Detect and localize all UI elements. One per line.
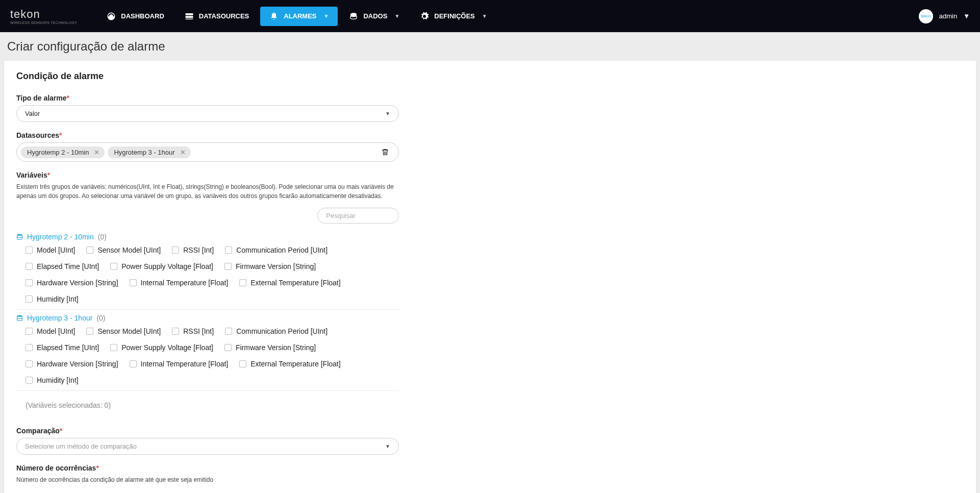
datasource-group-header[interactable]: Hygrotemp 3 - 1hour(0) — [16, 314, 399, 322]
variable-label: Model [UInt] — [37, 327, 75, 335]
main-panel: Condição de alarme Tipo de alarme* Valor… — [4, 61, 976, 493]
variable-item[interactable]: External Temperature [Float] — [239, 360, 340, 368]
field-datasources: Datasources* Hygrotemp 2 - 10min ✕ Hygro… — [16, 131, 399, 162]
variable-checkbox[interactable] — [225, 328, 232, 335]
field-tipo-alarme: Tipo de alarme* Valor ▼ — [16, 94, 399, 122]
remove-tag-icon[interactable]: ✕ — [178, 149, 188, 156]
variable-label: Firmware Version [String] — [236, 262, 316, 270]
variable-label: External Temperature [Float] — [250, 279, 340, 287]
svg-point-4 — [17, 234, 22, 236]
selected-vars-count: (Variáveis selecionadas: 0) — [16, 395, 399, 417]
variable-checkbox[interactable] — [130, 360, 137, 367]
nav-dashboard[interactable]: DASHBOARD — [97, 7, 173, 26]
variable-label: Sensor Model [UInt] — [97, 327, 161, 335]
variable-checkbox[interactable] — [26, 328, 33, 335]
variable-item[interactable]: Sensor Model [UInt] — [86, 327, 161, 335]
variable-item[interactable]: Elapsed Time [UInt] — [26, 343, 99, 352]
variable-item[interactable]: Model [UInt] — [26, 246, 75, 254]
page-title-bar: Criar configuração de alarme — [0, 32, 980, 54]
nav-dados[interactable]: DADOS ▼ — [340, 7, 409, 26]
field-comparacao: Comparação* Selecione um método de compa… — [16, 427, 399, 455]
variable-item[interactable]: Elapsed Time [UInt] — [26, 262, 99, 270]
nav-dados-label: DADOS — [363, 12, 387, 20]
variable-checkbox[interactable] — [239, 279, 246, 286]
search-input[interactable] — [317, 208, 399, 224]
variable-item[interactable]: Internal Temperature [Float] — [130, 279, 229, 287]
variable-checkbox[interactable] — [110, 263, 117, 270]
variable-checkbox[interactable] — [26, 246, 33, 254]
variable-checkbox[interactable] — [86, 328, 93, 335]
variable-item[interactable]: Internal Temperature [Float] — [130, 360, 229, 368]
database-icon — [16, 233, 23, 240]
nav-alarmes-label: ALARMES — [284, 12, 316, 20]
variable-item[interactable]: RSSI [Int] — [172, 327, 214, 335]
variable-checkbox[interactable] — [26, 263, 33, 270]
tipo-alarme-value: Valor — [25, 110, 40, 117]
variable-label: Communication Period [UInt] — [236, 246, 328, 254]
variable-checkbox[interactable] — [26, 377, 33, 384]
datasources-input[interactable]: Hygrotemp 2 - 10min ✕ Hygrotemp 3 - 1hou… — [16, 142, 399, 162]
variable-label: Internal Temperature [Float] — [141, 360, 229, 368]
variable-checkbox[interactable] — [224, 344, 232, 351]
variable-label: RSSI [Int] — [183, 327, 214, 335]
nav-datasources[interactable]: DATASOURCES — [175, 7, 258, 26]
variable-item[interactable]: Power Supply Voltage [Float] — [110, 262, 213, 270]
variable-label: Internal Temperature [Float] — [141, 279, 229, 287]
nav-definicoes[interactable]: DEFINIÇÕES ▼ — [411, 7, 496, 26]
variable-checkbox[interactable] — [225, 246, 232, 254]
variable-label: Humidity [Int] — [37, 376, 79, 384]
variable-item[interactable]: External Temperature [Float] — [239, 279, 340, 287]
variable-item[interactable]: Power Supply Voltage [Float] — [110, 343, 213, 352]
nav-alarmes[interactable]: ALARMES ▼ — [260, 7, 338, 26]
variable-label: RSSI [Int] — [183, 246, 214, 254]
brand-logo[interactable]: tekon WIRELESS SENSORS TECHNOLOGY — [10, 8, 77, 24]
variable-checkbox[interactable] — [172, 246, 179, 254]
variable-item[interactable]: Firmware Version [String] — [224, 262, 316, 270]
variable-item[interactable]: Model [UInt] — [26, 327, 75, 335]
ocorrencias-label: Número de ocorrências* — [16, 464, 399, 472]
variable-checkbox[interactable] — [239, 360, 246, 367]
variable-checkbox[interactable] — [26, 344, 33, 351]
variable-checkbox[interactable] — [130, 279, 137, 286]
datasource-group: Hygrotemp 3 - 1hour(0)Model [UInt]Sensor… — [16, 314, 399, 391]
comparacao-select[interactable]: Selecione um método de comparação ▼ — [16, 438, 399, 455]
username: admin — [939, 12, 957, 20]
variable-item[interactable]: Hardware Version [String] — [26, 279, 118, 287]
variable-checkbox[interactable] — [26, 360, 33, 367]
variable-item[interactable]: Humidity [Int] — [26, 295, 79, 303]
variable-item[interactable]: Hardware Version [String] — [26, 360, 118, 368]
brand-name: tekon — [10, 8, 77, 21]
variable-checkbox[interactable] — [172, 328, 179, 335]
comparacao-label: Comparação* — [16, 427, 399, 435]
variable-checkbox[interactable] — [224, 263, 232, 270]
clear-all-button[interactable] — [378, 145, 392, 159]
user-menu[interactable]: tekon admin ▼ — [919, 9, 970, 23]
caret-down-icon: ▼ — [324, 13, 329, 19]
section-title: Condição de alarme — [16, 71, 399, 82]
variable-label: Firmware Version [String] — [236, 343, 316, 352]
dashboard-icon — [107, 12, 116, 21]
gear-icon — [420, 12, 429, 21]
variable-checkbox[interactable] — [26, 295, 33, 303]
variable-checkbox[interactable] — [86, 246, 93, 254]
variable-item[interactable]: Firmware Version [String] — [224, 343, 316, 352]
variable-item[interactable]: Humidity [Int] — [26, 376, 79, 384]
svg-rect-1 — [185, 16, 193, 18]
variable-list: Model [UInt]Sensor Model [UInt]RSSI [Int… — [16, 246, 399, 303]
variable-item[interactable]: Communication Period [UInt] — [225, 246, 328, 254]
datasource-group-header[interactable]: Hygrotemp 2 - 10min(0) — [16, 233, 399, 241]
variable-item[interactable]: Sensor Model [UInt] — [86, 246, 161, 254]
variable-label: Hardware Version [String] — [37, 279, 118, 287]
remove-tag-icon[interactable]: ✕ — [92, 149, 102, 156]
variable-item[interactable]: Communication Period [UInt] — [225, 327, 328, 335]
database-icon — [349, 12, 358, 21]
nav-dashboard-label: DASHBOARD — [121, 12, 164, 20]
variable-checkbox[interactable] — [110, 344, 117, 351]
tipo-alarme-select[interactable]: Valor ▼ — [16, 105, 399, 122]
caret-down-icon: ▼ — [963, 12, 970, 20]
svg-rect-2 — [185, 18, 193, 19]
caret-down-icon: ▼ — [385, 111, 390, 116]
variable-item[interactable]: RSSI [Int] — [172, 246, 214, 254]
datasources-icon — [185, 12, 194, 21]
variable-checkbox[interactable] — [26, 279, 33, 286]
